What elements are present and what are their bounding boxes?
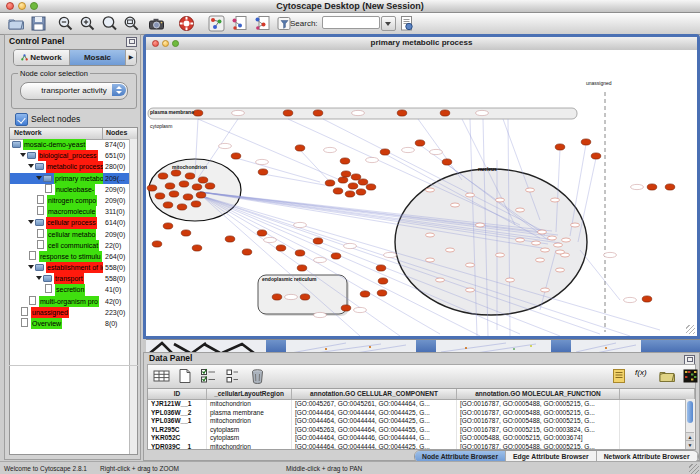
graph-node[interactable]	[181, 230, 191, 236]
network-name-chip[interactable]: establishment of lo	[46, 262, 103, 273]
nucleus-node-pill[interactable]	[548, 236, 557, 240]
tree-row[interactable]: biological_process651(0)	[10, 150, 130, 161]
tree-row[interactable]: primary metabo209(...	[10, 173, 130, 184]
nucleus-node-pill[interactable]	[571, 223, 580, 227]
attribute-table-icon[interactable]	[153, 368, 170, 384]
zoom-selected-icon[interactable]	[101, 15, 118, 32]
nucleus-node-pill[interactable]	[532, 241, 541, 245]
snapshot-icon[interactable]	[148, 15, 165, 32]
graph-node[interactable]	[163, 223, 173, 229]
table-cell[interactable]: mitochondrion	[207, 443, 292, 450]
attribute-table-header[interactable]: ID_cellularLayoutRegionannotation.GO CEL…	[148, 389, 695, 400]
graph-node[interactable]	[440, 110, 450, 116]
network-name-chip[interactable]: transport	[54, 273, 84, 284]
graph-node[interactable]	[300, 294, 310, 300]
tree-row[interactable]: nitrogen compo209(0)	[10, 195, 130, 206]
nucleus-node-pill[interactable]	[516, 208, 525, 212]
table-cell[interactable]: [GO:0044464, GO:0044444, GO:0044425, G..…	[292, 409, 457, 418]
graph-node[interactable]	[415, 140, 425, 146]
graph-node[interactable]	[155, 193, 165, 199]
nucleus-node-pill[interactable]	[536, 258, 545, 262]
table-cell[interactable]: [GO:0016787, GO:0005215, GO:0003824, G..…	[457, 426, 620, 435]
nucleus-node-pill[interactable]	[466, 263, 475, 267]
tree-row[interactable]: mosaic-demo-yeast874(0)	[10, 139, 130, 150]
column-header[interactable]: annotation.GO MOLECULAR_FUNCTION	[457, 389, 620, 399]
graph-node[interactable]	[442, 159, 452, 165]
nucleus-node-pill[interactable]	[426, 233, 435, 237]
tree-row[interactable]: transport558(0)	[10, 273, 130, 284]
nucleus-node-pill[interactable]	[538, 230, 547, 234]
background-window-frame[interactable]	[266, 339, 286, 352]
graph-node[interactable]	[378, 278, 388, 284]
expand-arrow-icon[interactable]	[28, 164, 34, 168]
graph-node[interactable]	[366, 184, 376, 190]
table-cell[interactable]: [GO:0016787, GO:0005488, GO:0005215, G..…	[457, 443, 620, 450]
table-cell[interactable]: [GO:0044464, GO:0044444, GO:0044425, G..…	[292, 443, 457, 450]
table-cell[interactable]: mitochondrion	[207, 417, 292, 426]
graph-node[interactable]	[165, 183, 175, 189]
graph-node[interactable]	[152, 241, 162, 247]
tree-row[interactable]: metabolic process280(0)	[10, 161, 130, 172]
table-cell[interactable]: [GO:0044464, GO:0044446, GO:0044444, G..…	[292, 434, 457, 443]
graph-node[interactable]	[325, 180, 335, 186]
nucleus-node-pill[interactable]	[436, 278, 445, 282]
table-cell[interactable]: cytoplasm	[207, 426, 292, 435]
nucleus-node-pill[interactable]	[516, 238, 525, 242]
tree-row[interactable]: nucleobase-209(0)	[10, 184, 130, 195]
graph-node[interactable]	[231, 153, 241, 159]
graph-node[interactable]	[192, 184, 202, 190]
nucleus-node-pill[interactable]	[554, 243, 563, 247]
network-name-chip[interactable]: nucleobase-	[55, 184, 95, 195]
scroll-down-arrow[interactable]: ▼	[686, 440, 694, 449]
select-nodes-checkbox[interactable]	[15, 113, 28, 126]
graph-node[interactable]	[338, 177, 348, 183]
graph-node[interactable]	[581, 139, 591, 145]
column-header[interactable]: annotation.GO CELLULAR_COMPONENT	[292, 389, 457, 399]
graph-node[interactable]	[171, 170, 181, 176]
expand-arrow-icon[interactable]	[28, 265, 34, 269]
nucleus-node-pill[interactable]	[496, 198, 505, 202]
table-scrollbar[interactable]: ▲ ▼	[685, 399, 695, 449]
graph-node[interactable]	[555, 144, 565, 150]
nucleus-node-pill[interactable]	[476, 223, 485, 227]
graph-node[interactable]	[179, 181, 189, 187]
import-attributes-icon[interactable]	[659, 368, 676, 384]
graph-node[interactable]	[169, 191, 179, 197]
graph-node[interactable]	[348, 183, 358, 189]
table-cell[interactable]: YLR295C	[148, 426, 207, 435]
import-attribute-list-icon[interactable]	[611, 368, 628, 384]
vizmapper-icon[interactable]	[208, 15, 225, 32]
graph-node[interactable]	[376, 265, 386, 271]
network-name-chip[interactable]: macromolecule	[47, 206, 96, 217]
table-row[interactable]: YDR039C__1mitochondrion[GO:0044464, GO:0…	[148, 443, 695, 450]
table-row[interactable]: YJR121W__1mitochondrion[GO:0045267, GO:0…	[148, 400, 695, 409]
network-name-chip[interactable]: biological_process	[38, 150, 98, 161]
function-builder-icon[interactable]: f(x)	[635, 368, 652, 384]
nucleus-node-pill[interactable]	[466, 193, 475, 197]
node-color-dropdown[interactable]: transporter activity	[20, 82, 128, 100]
nucleus-node-pill[interactable]	[426, 188, 435, 192]
graph-node[interactable]	[177, 204, 187, 210]
graph-node[interactable]	[183, 194, 193, 200]
nucleus-node-pill[interactable]	[541, 288, 550, 292]
table-cell[interactable]: [GO:0016787, GO:0005488, GO:0005215, G..…	[457, 417, 620, 426]
graph-node[interactable]	[377, 290, 387, 296]
graph-node[interactable]	[591, 153, 601, 159]
network-name-chip[interactable]: unassigned	[31, 307, 69, 318]
graph-node[interactable]	[192, 245, 202, 251]
tab-overflow-arrow[interactable]: ▶	[126, 50, 136, 65]
graph-node[interactable]	[225, 236, 235, 242]
graph-node[interactable]	[313, 110, 323, 116]
network-window-title-bar[interactable]: primary metabolic process	[146, 37, 697, 51]
table-row[interactable]: YPL036W__1mitochondrion[GO:0044464, GO:0…	[148, 417, 695, 426]
table-cell[interactable]: [GO:0044464, GO:0044444, GO:0044425, G..…	[292, 417, 457, 426]
background-window[interactable]	[146, 339, 266, 352]
graph-node[interactable]	[351, 174, 361, 180]
graph-node[interactable]	[360, 291, 370, 297]
search-input[interactable]	[322, 16, 380, 29]
tab-network[interactable]: Network	[14, 50, 70, 65]
nucleus-node-pill[interactable]	[426, 258, 435, 262]
graph-node[interactable]	[297, 265, 307, 271]
graph-node[interactable]	[380, 149, 390, 155]
tree-row[interactable]: response to stimulu264(0)	[10, 251, 130, 262]
